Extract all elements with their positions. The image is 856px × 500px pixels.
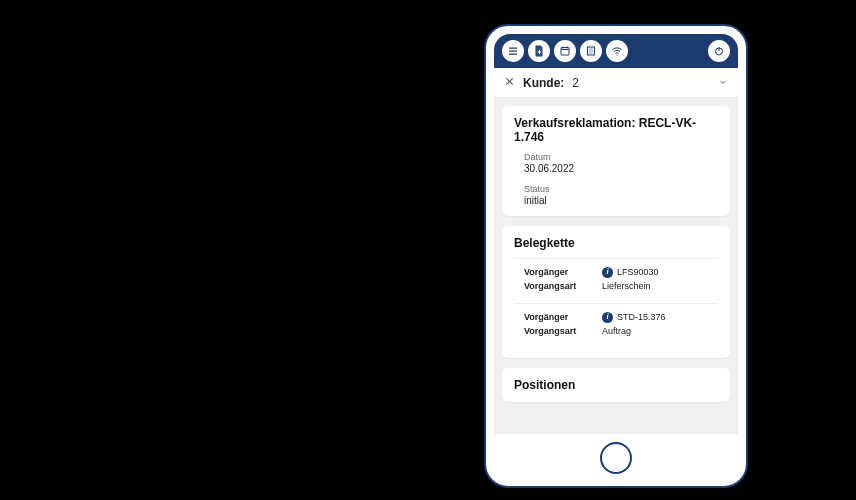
chain-row: Vorgänger Vorgangsart i LFS90030 Liefers… [514,258,718,303]
customer-prefix: Kunde: [523,76,564,90]
detail-title: Verkaufsreklamation: RECL-VK-1.746 [514,116,718,144]
building-button[interactable] [580,40,602,62]
type-label: Vorgangsart [524,279,602,293]
chain-card: Belegkette Vorgänger Vorgangsart i LFS90… [502,226,730,358]
calendar-icon [559,45,571,57]
top-toolbar [494,34,738,68]
close-icon[interactable] [504,76,515,90]
type-label: Vorgangsart [524,324,602,338]
positions-card[interactable]: Positionen [502,368,730,402]
date-label: Datum [524,152,718,162]
power-button[interactable] [708,40,730,62]
svg-rect-0 [561,48,569,56]
wifi-icon [611,45,623,57]
chain-row: Vorgänger Vorgangsart i STD-15.376 Auftr… [514,303,718,348]
customer-bar[interactable]: Kunde: 2 [494,68,738,98]
predecessor-code: LFS90030 [617,265,659,279]
svg-rect-1 [588,47,595,55]
predecessor-code: STD-15.376 [617,310,666,324]
content-area: Verkaufsreklamation: RECL-VK-1.746 Datum… [494,98,738,420]
predecessor-label: Vorgänger [524,265,602,279]
predecessor-type: Lieferschein [602,279,718,293]
screen: Kunde: 2 Verkaufsreklamation: RECL-VK-1.… [494,34,738,434]
power-icon [713,45,725,57]
status-label: Status [524,184,718,194]
chevron-down-icon[interactable] [718,76,728,90]
file-plus-icon [533,45,545,57]
wifi-button[interactable] [606,40,628,62]
home-button[interactable] [600,442,632,474]
menu-button[interactable] [502,40,524,62]
info-icon[interactable]: i [602,312,613,323]
positions-title: Positionen [514,378,718,392]
customer-id: 2 [572,76,579,90]
menu-icon [507,45,519,57]
status-value: initial [524,195,718,206]
detail-card: Verkaufsreklamation: RECL-VK-1.746 Datum… [502,106,730,216]
predecessor-label: Vorgänger [524,310,602,324]
calendar-button[interactable] [554,40,576,62]
svg-point-2 [616,54,617,55]
phone-frame: Kunde: 2 Verkaufsreklamation: RECL-VK-1.… [484,24,748,488]
predecessor-type: Auftrag [602,324,718,338]
building-icon [585,45,597,57]
chain-title: Belegkette [514,236,718,250]
new-doc-button[interactable] [528,40,550,62]
date-value: 30.06.2022 [524,163,718,174]
info-icon[interactable]: i [602,267,613,278]
